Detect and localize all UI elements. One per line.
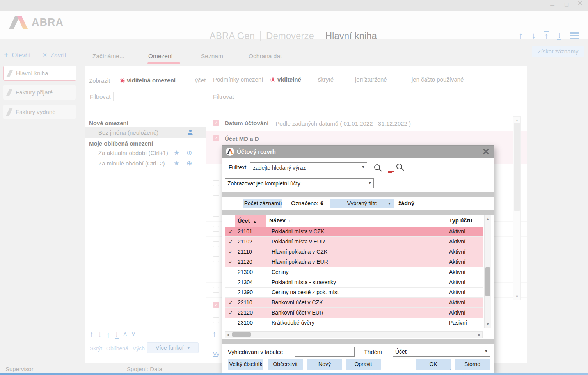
last-record-icon[interactable]: ↓	[557, 31, 561, 40]
condition-checkbox[interactable]	[213, 211, 219, 217]
condition-checkbox[interactable]: ✓	[213, 120, 219, 126]
refresh-button[interactable]: Občerstvit	[268, 359, 303, 370]
scroll-left-icon[interactable]: ◄	[226, 333, 230, 337]
fulltext-search-icon[interactable]	[396, 164, 402, 169]
restriction-item-unnamed[interactable]: Bez jména (neuložené)	[85, 127, 206, 138]
condition-checkbox[interactable]	[213, 317, 219, 323]
tab-ochrana-dat[interactable]: Ochrana dat	[249, 53, 282, 60]
window-minimize-icon[interactable]: ─	[550, 2, 554, 9]
fulltext-combo[interactable]: ▼	[250, 162, 367, 172]
conditions-scrollbar[interactable]: ▲ ▼	[513, 116, 521, 300]
collapse-icon[interactable]: ˄	[123, 331, 127, 338]
table-row[interactable]: ✓ 21101Pokladní místa v CZKAktivní	[225, 227, 483, 237]
sidebar-item-faktury-prijate[interactable]: Faktury přijaté	[3, 85, 76, 100]
selected-filter-button[interactable]: Vybraný filtr: ▼	[330, 199, 394, 208]
star-icon[interactable]: ★	[174, 159, 179, 167]
table-row[interactable]: ✓ 22120Bankovní účet v EURAktivní	[225, 308, 483, 318]
condition-checkbox[interactable]	[213, 180, 219, 186]
condition-checkbox[interactable]	[213, 272, 219, 277]
condition-datum-uctovani[interactable]: ✓ Datum účtování - Podle zadaných datumů…	[206, 116, 527, 131]
sidebar-item-faktury-vydane[interactable]: Faktury vydané	[3, 105, 76, 119]
radio-conditions-checked-label[interactable]: jen zatržené	[355, 76, 387, 83]
window-maximize-icon[interactable]: □	[565, 1, 568, 9]
scroll-up-icon[interactable]: ▲	[513, 118, 520, 122]
open-book-button[interactable]: Otevřít	[12, 52, 31, 59]
column-header-nazev[interactable]: Název □	[269, 217, 291, 224]
chevron-down-icon[interactable]: ▼	[361, 165, 365, 169]
sort-combo[interactable]: Účet ▼	[393, 347, 490, 357]
star-icon[interactable]: ★	[174, 149, 179, 157]
first-record-icon[interactable]: ↑	[544, 31, 549, 40]
table-row[interactable]: 23100Krátkodobé úvěryPasivní	[225, 318, 483, 328]
condition-checkbox[interactable]: ✓	[213, 135, 219, 141]
table-vscrollbar[interactable]: ▲ ▼	[484, 215, 491, 328]
radio-conditions-visible[interactable]	[270, 77, 275, 82]
next-record-icon[interactable]: ↓	[531, 30, 536, 41]
hide-link[interactable]: Skrýt	[90, 345, 102, 352]
condition-move-up-icon[interactable]: ↑	[212, 329, 217, 339]
table-row[interactable]: ✓ 21120Hlavní pokladna v EURAktivní	[225, 257, 483, 267]
restriction-filter-input[interactable]	[113, 92, 179, 101]
more-functions-button[interactable]: Více funkcí ▾	[147, 342, 199, 353]
radio-including-hidden-label[interactable]: včetně skrytých	[195, 77, 206, 84]
globe-icon[interactable]: ⊕	[187, 159, 192, 167]
conditions-filter-input[interactable]	[238, 92, 346, 101]
prev-record-icon[interactable]: ↑	[519, 30, 523, 41]
record-count-button[interactable]: Počet záznamů	[243, 199, 282, 208]
scrollbar-thumb[interactable]	[485, 267, 490, 296]
default-link[interactable]: Vých	[133, 345, 145, 352]
menu-icon[interactable]	[570, 32, 579, 39]
restriction-item-previous-period[interactable]: Za minulé období (Ctrl+2) ★ ⊕	[85, 158, 206, 169]
radio-visible-label[interactable]: viditelná omezení	[127, 77, 176, 84]
table-row[interactable]: ✓ 22110Bankovní účet v CZKAktivní	[225, 298, 483, 308]
favorite-link[interactable]: Oblíbená	[106, 345, 128, 352]
radio-conditions-visible-label[interactable]: viditelné	[277, 76, 301, 83]
scroll-up-icon[interactable]: ▲	[485, 217, 491, 221]
expand-icon[interactable]: ˅	[131, 331, 135, 338]
big-list-button[interactable]: Velký číselník	[228, 359, 263, 370]
column-header-typ-uctu[interactable]: Typ účtu	[449, 217, 472, 224]
search-icon[interactable]	[374, 164, 380, 170]
tab-zaciname[interactable]: Začínáme...	[92, 53, 124, 60]
close-book-button[interactable]: Zavřít	[50, 52, 66, 59]
get-records-button[interactable]: Získat záznamy	[532, 46, 584, 57]
radio-conditions-hidden-label[interactable]: skryté	[318, 76, 334, 83]
partial-link[interactable]: Vy	[213, 351, 219, 357]
move-up-icon[interactable]: ↑	[90, 330, 94, 339]
condition-checkbox[interactable]	[213, 256, 219, 262]
scrollbar-thumb[interactable]	[232, 332, 251, 337]
move-last-icon[interactable]: ↓	[115, 331, 119, 339]
window-close-icon[interactable]: ×	[577, 0, 583, 7]
table-row[interactable]: 21304Pokladní místa - stravenkyAktivní	[225, 277, 483, 288]
radio-conditions-frequent-label[interactable]: jen často používané	[412, 76, 464, 83]
dialog-titlebar[interactable]: Účtový rozvrh ×	[222, 146, 494, 158]
globe-icon[interactable]: ⊕	[187, 149, 192, 157]
sidebar-item-hlavni-kniha[interactable]: Hlavní kniha	[3, 66, 76, 81]
column-header-ucet[interactable]: Účet ▲	[235, 215, 266, 227]
table-row[interactable]: 21390Ceniny na cestě z pok. místAktivní	[225, 288, 483, 298]
dialog-close-icon[interactable]: ×	[482, 145, 489, 158]
table-row[interactable]: ✓ 21110Hlavní pokladna v CZKAktivní	[225, 247, 483, 257]
condition-checkbox[interactable]	[213, 226, 219, 232]
tab-seznam[interactable]: Seznam	[201, 53, 223, 60]
cancel-button[interactable]: Storno	[455, 359, 490, 370]
table-row[interactable]: 21300CeninyAktivní	[225, 267, 483, 277]
table-search-input[interactable]	[295, 347, 355, 357]
tab-omezeni[interactable]: Omezení	[148, 53, 173, 60]
scroll-down-icon[interactable]: ▼	[513, 295, 520, 299]
condition-checkbox[interactable]	[213, 287, 219, 293]
fulltext-input[interactable]	[252, 163, 355, 172]
new-button[interactable]: Nový	[307, 359, 342, 370]
restriction-item-current-period[interactable]: Za aktuální období (Ctrl+1) ★ ⊕	[85, 148, 206, 158]
condition-checkbox[interactable]: ✓	[213, 302, 219, 308]
scrollbar-thumb[interactable]	[514, 123, 520, 211]
radio-visible-restrictions[interactable]	[120, 78, 125, 83]
ok-button[interactable]: OK	[416, 359, 451, 370]
condition-checkbox[interactable]	[213, 241, 219, 247]
scroll-down-icon[interactable]: ▼	[485, 322, 491, 326]
condition-checkbox[interactable]	[213, 195, 219, 201]
table-hscrollbar[interactable]: ◄ ►	[225, 331, 483, 338]
edit-button[interactable]: Opravit	[346, 359, 381, 370]
move-down-icon[interactable]: ↓	[98, 330, 102, 339]
table-row[interactable]: ✓ 21102Pokladní místa v EURAktivní	[225, 237, 483, 247]
